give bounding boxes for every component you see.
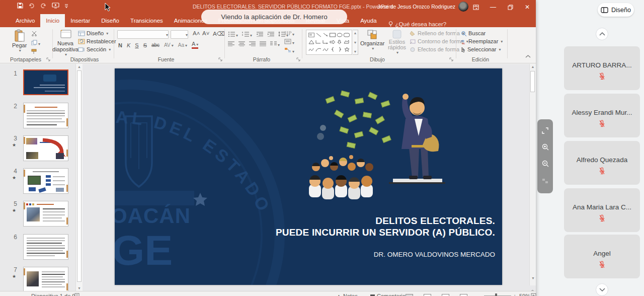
change-case-button[interactable]: Aa [178,42,187,48]
text-direction-icon[interactable] [284,30,294,37]
thumbnail-scrollbar[interactable]: ▲ ▼ [75,64,83,291]
slideshow-view-icon[interactable] [460,293,467,296]
layout-button[interactable]: Diseño [78,30,116,36]
reset-zoom-icon[interactable] [542,177,548,186]
freeform-shape-icon[interactable] [344,40,350,44]
slide-sorter-view-icon[interactable] [424,293,431,296]
new-slide-button[interactable]: Nueva diapositiva [54,29,76,57]
scroll-participants-down-button[interactable] [596,283,608,296]
align-center-icon[interactable] [238,41,245,47]
arc-shape-icon[interactable] [315,47,321,52]
shape-outline-button[interactable]: Contorno de forma [410,38,468,44]
close-button[interactable]: ✕ [519,0,536,14]
canvas-scrollbar[interactable]: ▲ ▼ [529,64,536,285]
scribble-shape-icon[interactable] [308,47,314,52]
left-brace-shape-icon[interactable] [331,47,335,52]
tab-transiciones[interactable]: Transiciones [125,14,169,27]
align-text-icon[interactable] [284,39,294,45]
slide-thumbnail-6[interactable] [23,234,68,260]
triangle-shape-icon[interactable] [308,40,314,44]
paste-button[interactable]: Pegar [12,29,27,53]
zoom-in-icon[interactable] [542,143,549,153]
format-painter-icon[interactable] [31,49,40,55]
normal-view-icon[interactable] [406,293,413,296]
minimize-button[interactable]: — [485,0,502,14]
shape-fill-button[interactable]: Relleno de forma [410,30,468,36]
tab-inicio[interactable]: Inicio [40,14,65,27]
tab-archivo[interactable]: Archivo [10,14,40,27]
design-layout-button[interactable]: Diseño [598,3,634,17]
right-arrow-shape-icon[interactable] [330,40,336,44]
tell-me-box[interactable]: ¿Qué desea hacer? [388,21,447,27]
select-button[interactable]: Seleccionar [461,46,503,52]
fit-to-window-icon[interactable] [531,293,536,296]
shape-effects-button[interactable]: Efectos de forma [410,46,468,52]
zoom-in-button[interactable]: + [513,293,516,296]
convert-smartart-icon[interactable] [284,47,294,54]
reading-view-icon[interactable] [442,293,449,296]
font-dialog-launcher-icon[interactable] [218,57,223,61]
zoom-out-icon[interactable] [542,160,549,169]
rounded-rectangle-shape-icon[interactable] [344,33,350,37]
notes-toggle[interactable]: ▲̲ Notas [336,293,358,296]
quick-styles-button[interactable]: Estilos rápidos [386,29,408,55]
scroll-up-icon[interactable]: ▲ [530,65,536,68]
slide[interactable]: RAL DEL ESTADO OACÁN GE [115,68,502,285]
redo-icon[interactable] [40,3,47,9]
elbow-arrow-connector-icon[interactable] [323,40,329,44]
slide-thumbnail-3[interactable] [23,135,68,161]
tab-ayuda[interactable]: Ayuda [355,14,382,27]
slide-thumbnail-5[interactable] [23,201,68,227]
scroll-up-icon[interactable]: ▲ [76,65,83,68]
account-name[interactable]: Jose de Jesus Orozco Rodriguez [377,4,455,10]
gallery-down-icon[interactable]: ▼ [354,41,357,44]
participant-tile[interactable]: Alessy Erandi Mur... [564,94,640,137]
paragraph-dialog-launcher-icon[interactable] [296,57,301,61]
zoom-percentage[interactable]: 59% [519,293,530,296]
italic-button[interactable]: K [127,42,130,48]
copy-icon[interactable] [31,40,40,46]
align-right-icon[interactable] [249,41,256,47]
align-left-icon[interactable] [228,41,234,47]
line-shape-icon[interactable] [316,33,321,37]
increase-indent-icon[interactable] [267,31,274,38]
decrease-font-icon[interactable]: A˅ [201,30,210,36]
bold-button[interactable]: N [118,42,122,48]
collapse-ribbon-icon[interactable] [525,53,531,59]
start-slideshow-icon[interactable] [52,3,59,9]
gallery-more-icon[interactable]: ▼ [354,50,357,53]
shadow-button[interactable]: S [143,42,147,48]
scroll-down-icon[interactable]: ▼ [77,286,81,290]
font-size-select[interactable] [171,30,188,39]
participant-tile[interactable]: Ana Maria Lara C... [564,188,640,232]
slide-thumbnail-2[interactable] [23,103,68,128]
find-button[interactable]: Buscar [461,30,503,36]
slide-thumbnail-1[interactable] [23,69,68,95]
bullets-icon[interactable] [228,31,238,38]
reset-button[interactable]: Restablecer [78,38,116,44]
strikethrough-button[interactable]: abc [151,42,159,48]
ribbon-display-options-icon[interactable] [467,0,485,14]
slide-thumbnail-4[interactable] [23,168,68,194]
customize-qat-icon[interactable] [64,3,68,8]
columns-icon[interactable] [270,41,280,47]
section-button[interactable]: Sección [78,46,116,52]
numbering-icon[interactable] [242,31,252,38]
undo-icon[interactable] [28,3,35,9]
font-name-select[interactable] [117,30,169,39]
spellcheck-icon[interactable] [74,293,80,296]
gallery-up-icon[interactable]: ▲ [354,31,357,35]
elbow-connector-icon[interactable] [315,40,321,44]
participant-tile[interactable]: Angel [564,235,640,278]
zoom-out-button[interactable]: — [477,293,482,296]
down-arrow-shape-icon[interactable] [337,40,342,44]
arrange-button[interactable]: Organizar [360,29,384,51]
tab-insertar[interactable]: Insertar [65,14,96,27]
drawing-dialog-launcher-icon[interactable] [449,57,454,61]
cut-icon[interactable] [31,31,40,37]
restore-button[interactable] [502,0,519,14]
account-avatar[interactable] [458,2,468,12]
clear-formatting-icon[interactable]: A⌫ [212,30,226,37]
replace-button[interactable]: abacReemplazar [461,38,503,44]
slide-thumbnail-7[interactable] [23,267,68,291]
